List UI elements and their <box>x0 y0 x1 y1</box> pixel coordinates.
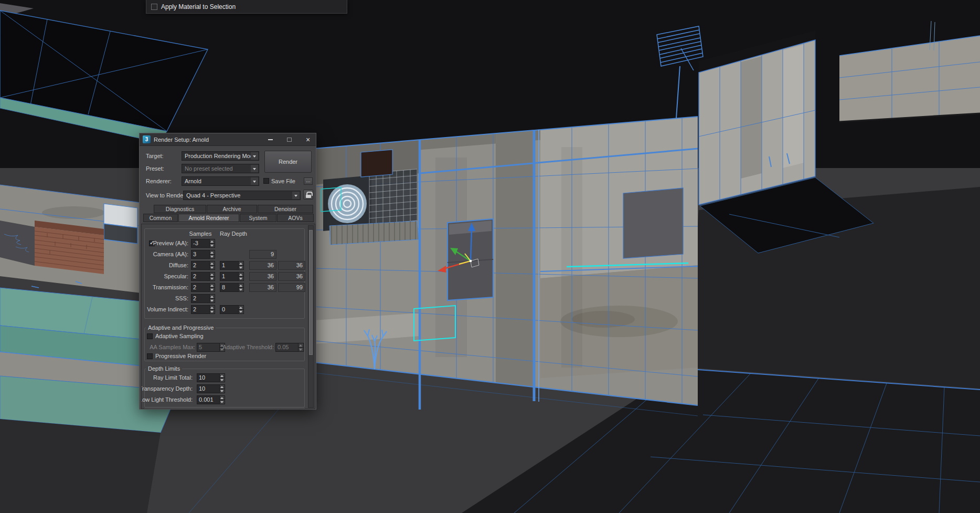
spinner-arrows-icon[interactable] <box>209 295 215 302</box>
tab-denoiser[interactable]: Denoiser <box>258 205 313 213</box>
close-icon: × <box>306 136 310 143</box>
renderer-label: Renderer: <box>146 178 172 185</box>
dialog-title: Render Setup: Arnold <box>154 137 259 143</box>
chevron-down-icon <box>251 152 258 160</box>
ray-depth-column-header: Ray Depth <box>216 231 251 237</box>
apply-material-label: Apply Material to Selection <box>161 3 236 11</box>
depth-limits-group-title: Depth Limits <box>146 365 182 372</box>
specular-depth-spinner[interactable]: 1 <box>220 272 244 281</box>
renderer-dropdown[interactable]: Arnold <box>182 176 259 186</box>
diffuse-depth-spinner[interactable]: 1 <box>220 261 244 270</box>
spinner-arrows-icon[interactable] <box>219 396 225 404</box>
chevron-down-icon <box>251 177 258 185</box>
diffuse-total1-field: 36 <box>249 261 276 270</box>
camera-aa-label: Camera (AA): <box>141 251 188 258</box>
diffuse-total2-field: 36 <box>278 261 305 270</box>
camera-total-field: 9 <box>249 250 276 259</box>
target-label: Target: <box>146 153 164 160</box>
specular-label: Specular: <box>141 273 188 280</box>
spinner-arrows-icon[interactable] <box>298 343 303 351</box>
tab-system[interactable]: System <box>240 214 276 222</box>
chevron-down-icon <box>292 192 300 199</box>
lock-view-button[interactable] <box>303 190 313 200</box>
transmission-samples-spinner[interactable]: 2 <box>191 283 215 292</box>
ray-limit-total-label: Ray Limit Total: <box>141 374 193 381</box>
aa-samples-max-label: AA Samples Max: <box>141 344 195 351</box>
tab-common[interactable]: Common <box>143 214 178 222</box>
save-file-label: Save File <box>271 178 295 185</box>
preset-dropdown[interactable]: No preset selected <box>182 164 259 173</box>
camera-aa-spinner[interactable]: 3 <box>191 250 215 259</box>
transparency-depth-spinner[interactable]: 10 <box>197 384 225 393</box>
panel-scrollbar[interactable] <box>308 225 314 408</box>
minimize-icon <box>268 139 273 140</box>
progressive-render-label: Progressive Render <box>155 353 206 360</box>
diffuse-label: Diffuse: <box>141 262 188 269</box>
view-to-render-dropdown[interactable]: Quad 4 - Perspective <box>183 191 301 200</box>
diffuse-samples-spinner[interactable]: 2 <box>191 261 215 270</box>
tab-aovs[interactable]: AOVs <box>277 214 314 222</box>
render-button[interactable]: Render <box>264 151 312 173</box>
minimize-button[interactable] <box>262 133 278 145</box>
spinner-arrows-icon[interactable] <box>209 273 215 280</box>
spinner-arrows-icon[interactable] <box>209 239 215 247</box>
spinner-arrows-icon[interactable] <box>238 273 243 280</box>
arnold-renderer-panel: Samples Ray Depth Preview (AA): -3 Camer… <box>141 224 315 409</box>
transmission-total2-field: 99 <box>278 283 305 292</box>
dialog-titlebar[interactable]: 3 Render Setup: Arnold × <box>140 133 316 146</box>
adaptive-sampling-label: Adaptive Sampling <box>155 333 204 340</box>
tab-row-2: Common Arnold Renderer System AOVs <box>143 214 314 222</box>
sss-label: SSS: <box>141 295 188 302</box>
spinner-arrows-icon[interactable] <box>209 261 215 269</box>
volume-samples-spinner[interactable]: 2 <box>191 305 215 314</box>
ray-limit-total-spinner[interactable]: 10 <box>197 373 225 382</box>
sss-samples-spinner[interactable]: 2 <box>191 294 215 303</box>
preset-label: Preset: <box>146 165 164 172</box>
spinner-arrows-icon[interactable] <box>209 306 215 313</box>
apply-material-bar: Apply Material to Selection <box>146 0 347 14</box>
tab-row-1: Diagnostics Archive Denoiser <box>154 205 314 213</box>
specular-total2-field: 36 <box>278 272 305 281</box>
adaptive-sampling-checkbox[interactable] <box>147 333 153 339</box>
save-file-browse-button[interactable]: ... <box>304 177 313 185</box>
spinner-arrows-icon[interactable] <box>238 306 243 313</box>
transmission-depth-spinner[interactable]: 8 <box>220 283 244 292</box>
spinner-arrows-icon[interactable] <box>238 284 243 291</box>
adaptive-threshold-spinner[interactable]: 0.05 <box>275 343 304 352</box>
tab-arnold-renderer[interactable]: Arnold Renderer <box>178 214 239 222</box>
spinner-arrows-icon[interactable] <box>219 374 225 382</box>
chevron-down-icon <box>251 165 258 172</box>
close-button[interactable]: × <box>300 133 316 145</box>
samples-column-header: Samples <box>185 231 216 237</box>
3dsmax-logo-icon: 3 <box>143 135 151 143</box>
scrollbar-thumb[interactable] <box>309 230 313 355</box>
spinner-arrows-icon[interactable] <box>209 284 215 291</box>
view-to-render-label: View to Render: <box>146 192 187 199</box>
volume-depth-spinner[interactable]: 0 <box>220 305 244 314</box>
progressive-render-checkbox[interactable] <box>147 353 153 359</box>
max-viewport[interactable]: Apply Material to Selection 3 Render Set… <box>0 0 980 513</box>
spinner-arrows-icon[interactable] <box>209 250 215 258</box>
maximize-icon <box>287 138 292 142</box>
maximize-button[interactable] <box>281 133 297 145</box>
adaptive-group-title: Adaptive and Progressive <box>146 324 216 331</box>
next-rollout-partial <box>144 408 305 409</box>
apply-material-checkbox[interactable] <box>151 4 157 10</box>
specular-total1-field: 36 <box>249 272 276 281</box>
low-light-threshold-spinner[interactable]: 0.001 <box>197 395 225 404</box>
spinner-arrows-icon[interactable] <box>219 385 225 393</box>
tab-diagnostics[interactable]: Diagnostics <box>154 205 206 213</box>
target-dropdown[interactable]: Production Rendering Mode <box>182 151 259 161</box>
low-light-threshold-label: Low Light Threshold: <box>141 396 193 403</box>
render-setup-dialog: 3 Render Setup: Arnold × Target: Product… <box>139 133 316 410</box>
preview-aa-spinner[interactable]: -3 <box>191 239 215 248</box>
transparency-depth-label: Transparency Depth: <box>141 385 193 392</box>
adaptive-threshold-label: Adaptive Threshold: <box>201 344 274 351</box>
tab-archive[interactable]: Archive <box>207 205 257 213</box>
transmission-label: Transmission: <box>141 284 188 291</box>
preview-aa-label: Preview (AA): <box>141 240 188 247</box>
spinner-arrows-icon[interactable] <box>238 261 243 269</box>
transmission-total1-field: 36 <box>249 283 276 292</box>
save-file-checkbox[interactable] <box>263 178 269 184</box>
specular-samples-spinner[interactable]: 2 <box>191 272 215 281</box>
